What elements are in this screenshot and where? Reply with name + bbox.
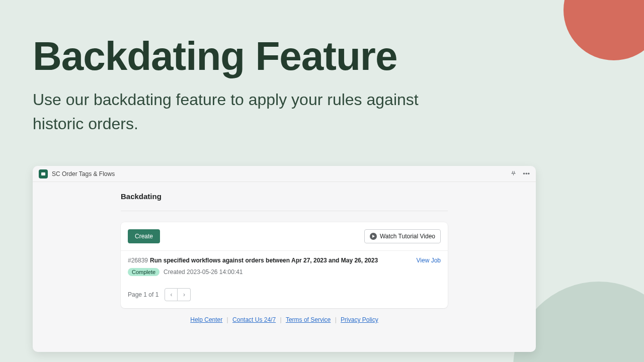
privacy-link[interactable]: Privacy Policy (341, 316, 378, 323)
watch-tutorial-button[interactable]: Watch Tutorial Video (364, 229, 441, 243)
app-window: SC Order Tags & Flows ••• Backdating Cre… (33, 166, 536, 352)
app-logo-icon (39, 169, 48, 178)
page-prev-button[interactable]: ‹ (165, 288, 178, 301)
status-badge: Complete (128, 268, 159, 276)
create-button[interactable]: Create (128, 229, 160, 243)
pin-icon[interactable] (510, 170, 517, 178)
hero-title: Backdating Feature (33, 35, 611, 77)
app-title: SC Order Tags & Flows (52, 170, 510, 177)
more-icon[interactable]: ••• (523, 170, 530, 177)
page-text: Page 1 of 1 (128, 291, 158, 298)
job-row: #26839 Run specified workflows against o… (121, 251, 448, 283)
contact-us-link[interactable]: Contact Us 24/7 (232, 316, 276, 323)
view-job-link[interactable]: View Job (417, 257, 441, 264)
section-title: Backdating (121, 192, 448, 211)
terms-link[interactable]: Terms of Service (286, 316, 331, 323)
backdating-card: Create Watch Tutorial Video #26839 Run s… (121, 222, 448, 308)
page-next-button[interactable]: › (178, 288, 191, 301)
job-description: Run specified workflows against orders b… (150, 257, 416, 264)
pagination: Page 1 of 1 ‹ › (121, 283, 448, 308)
hero-subtitle: Use our backdating feature to apply your… (33, 87, 445, 136)
tutorial-button-label: Watch Tutorial Video (380, 233, 435, 240)
job-id: #26839 (128, 257, 148, 264)
created-text: Created 2023-05-26 14:00:41 (164, 268, 243, 276)
app-header: SC Order Tags & Flows ••• (33, 166, 536, 182)
hero-section: Backdating Feature Use our backdating fe… (0, 0, 644, 151)
play-icon (370, 233, 377, 240)
footer-links: Help Center | Contact Us 24/7 | Terms of… (121, 316, 448, 323)
help-center-link[interactable]: Help Center (190, 316, 222, 323)
